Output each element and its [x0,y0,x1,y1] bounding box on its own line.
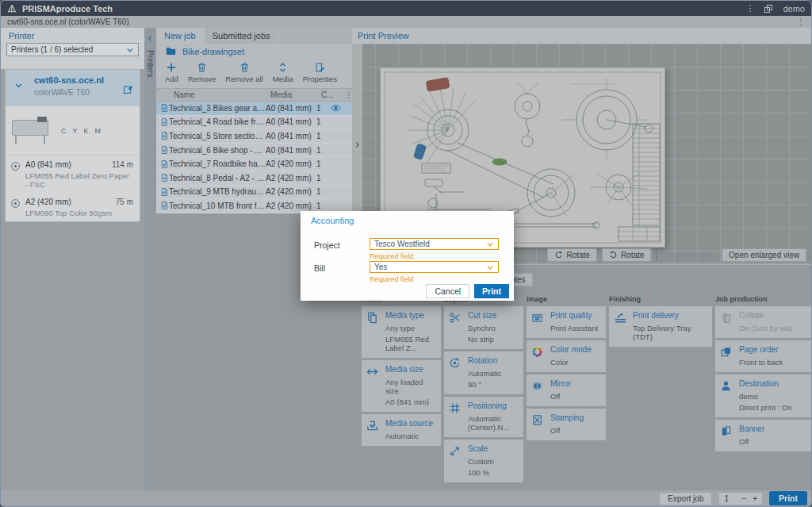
toner-label: M [95,127,102,135]
toner-label: K [84,127,89,135]
toner-label: Y [73,127,78,135]
collapse-chevron-icon[interactable] [14,81,23,90]
setting-tile-media-type[interactable]: Media typeAny typeLFM055 Red Label Z... [362,306,441,358]
project-select[interactable]: Tesco Westfield [370,238,499,250]
printer-context-bar: cwt60-sns.oce.nl (colorWAVE T60) ⋮ [1,16,811,28]
table-row[interactable]: Technical_6 Bike shop - A1 - C...A0 (841… [156,144,352,158]
roll-icon [10,198,21,217]
table-row[interactable]: Technical_4 Road bike frame - ...A0 (841… [156,116,352,130]
print-quality-icon [531,311,546,332]
job-media: A2 (420 mm) [266,202,316,210]
table-row[interactable]: Technical_3 Bikes gear assemb...A0 (841 … [156,102,352,116]
dialog-print-button[interactable]: Print [474,284,509,298]
collate-icon [720,311,734,332]
roll-length: 75 m [116,198,133,206]
roll-media-name: LFM090 Top Color 90gsm [25,209,133,217]
titlebar-menu-icon[interactable]: ⋮ [745,3,754,13]
cancel-button[interactable]: Cancel [426,284,469,298]
chevron-left-icon[interactable] [147,34,154,43]
job-copies: 1 [316,159,331,168]
cad-file-icon [160,131,169,140]
context-menu-icon[interactable]: ⋮ [797,17,805,26]
preview-button-label: Open enlarged view [729,251,799,259]
jobs-tabs: New jobSubmitted jobs [156,28,352,44]
cad-file-icon [160,173,169,182]
quantity-stepper[interactable]: 1 − + [718,492,763,505]
setting-tile-media-source[interactable]: Media sourceAutomatic [362,414,441,446]
job-name: Technical_7 Roadbike handle a... [169,159,266,168]
setting-tile-scale[interactable]: ScaleCustom100 % [444,440,523,482]
quantity-value[interactable]: 1 [724,494,735,503]
tab-new-job[interactable]: New job [156,28,205,44]
remove-button[interactable]: Remove [184,60,220,85]
printer-select[interactable]: Printers (1 / 6) selected [6,43,139,56]
eye-icon[interactable] [331,104,341,112]
print-button[interactable]: Print [769,491,807,505]
chevron-right-icon[interactable] [354,140,361,149]
tile-title: Destination [739,379,792,388]
setting-tile-stamping[interactable]: StampingOff [527,409,606,440]
jobs-toolbar: AddRemoveRemove allMediaProperties [156,59,352,88]
setting-tile-mirror[interactable]: MirrorOff [527,374,606,406]
table-row[interactable]: Technical_5 Store section Side ...A0 (84… [156,129,352,144]
add-button[interactable]: Add [161,60,182,85]
remove-all-button[interactable]: Remove all [221,60,267,85]
setting-tile-banner[interactable]: BannerOff [715,420,812,451]
setting-tile-page-order[interactable]: Page orderFront to back [715,340,812,372]
job-copies: 1 [316,132,331,140]
table-row[interactable]: Technical_7 Roadbike handle a...A2 (420 … [156,157,352,171]
quantity-minus-button[interactable]: − [741,494,746,503]
rotate-button[interactable]: Rotate [547,248,596,262]
tile-value: No strip [468,335,496,344]
plus-icon [166,62,177,73]
job-media: A2 (420 mm) [266,159,316,168]
tile-title: Print delivery [633,311,707,320]
setting-tile-rotation[interactable]: RotationAutomatic90 ° [444,351,523,394]
tile-value: On (Sort by set) [739,324,792,332]
tile-value: Custom [468,457,494,466]
properties-button[interactable]: Properties [299,60,341,85]
setting-tile-print-quality[interactable]: Print qualityPrint Assistant [527,306,606,338]
job-media: A0 (841 mm) [266,132,316,140]
user-name[interactable]: demo [783,4,805,13]
setting-tile-media-size[interactable]: Media sizeAny loaded sizeA0 (841 mm) [362,360,441,412]
column-copies[interactable]: C... [321,90,335,99]
tile-title: Banner [739,424,764,433]
setting-tile-destination[interactable]: DestinationdemoDirect print : On [715,374,812,417]
quantity-plus-button[interactable]: + [753,494,757,503]
job-name: Technical_10 MTB front fork - ... [169,202,266,210]
roll-icon [10,161,21,189]
setting-tile-cut-size[interactable]: Cut sizeSynchroNo strip [444,306,523,349]
bill-select[interactable]: Yes [370,261,499,273]
edit-printer-icon[interactable] [123,84,133,94]
scale-icon [449,444,463,477]
open-enlarged-view-button[interactable]: Open enlarged view [722,248,806,262]
printer-sidebar: Printer Printers (1 / 6) selected cwt60-… [1,28,144,490]
job-name: Technical_8 Pedal - A2 - CeeCe... [169,174,266,182]
job-set-row[interactable]: Bike-drawingset [156,44,352,59]
switch-user-icon[interactable] [764,4,773,13]
setting-tile-positioning[interactable]: PositioningAutomatic (Center).N... [444,397,523,437]
setting-tile-color-mode[interactable]: Color modeColor [527,340,606,372]
setting-tile-collate: CollateOn (Sort by set) [715,306,812,338]
tab-submitted-jobs[interactable]: Submitted jobs [205,28,279,44]
printers-collapse-strip[interactable]: Printers [144,28,156,490]
media-button[interactable]: Media [269,60,297,85]
chevron-down-icon [126,46,134,54]
roll-media-name: LFM055 Red Label Zero Paper - FSC [25,171,133,189]
setting-tile-print-delivery[interactable]: Print deliveryTop Delivery Tray (TDT) [609,306,712,347]
table-row[interactable]: Technical_8 Pedal - A2 - CeeCe...A2 (420… [156,171,352,186]
column-media[interactable]: Media [270,90,321,99]
table-row[interactable]: Technical_9 MTB hydraulic bra...A2 (420 … [156,186,352,200]
job-name: Technical_4 Road bike frame - ... [169,117,266,126]
export-job-button[interactable]: Export job [659,492,712,505]
job-media: A2 (420 mm) [266,174,316,182]
tile-value: Front to back [739,358,783,367]
jobs-table-header: Name Media C... ⋮ [156,88,352,102]
column-name[interactable]: Name [174,90,270,99]
media-roll[interactable]: A0 (841 mm)114 mLFM055 Red Label Zero Pa… [6,156,140,193]
media-roll[interactable]: A2 (420 mm)75 mLFM090 Top Color 90gsm [6,193,140,221]
rotate-button[interactable]: Rotate [602,248,651,262]
printers-strip-label: Printers [146,50,155,77]
printer-card[interactable]: cwt60-sns.oce.nl colorWAVE T60 CYKM A0 (… [5,69,140,222]
